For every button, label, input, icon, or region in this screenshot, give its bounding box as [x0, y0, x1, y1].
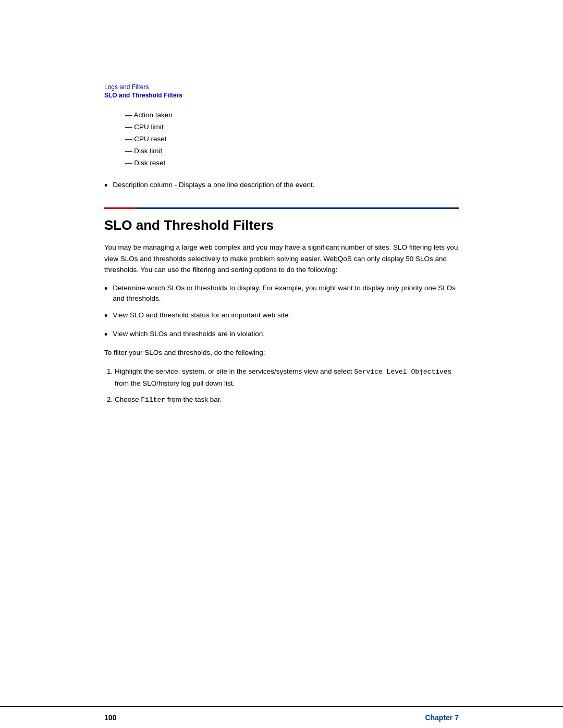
breadcrumb: Logs and Filters SLO and Threshold Filte… [104, 83, 459, 99]
step-2-before: Choose [115, 396, 141, 403]
numbered-steps: Highlight the service, system, or site i… [115, 366, 459, 406]
step-1-code: Service Level Objectives [354, 368, 451, 376]
step-2: Choose Filter from the task bar. [115, 394, 459, 406]
bullet-icon: • [104, 180, 107, 192]
list-item: CPU reset [125, 133, 459, 145]
footer-chapter-word: Chapter [425, 713, 455, 722]
bullet-icon: • [104, 283, 107, 295]
list-item: Action taken [125, 109, 459, 121]
dash-list: Action taken CPU limit CPU reset Disk li… [125, 109, 459, 169]
section-bullet-1: • Determine which SLOs or thresholds to … [104, 283, 459, 304]
list-item: CPU limit [125, 121, 459, 133]
footer-page-number: 100 [104, 713, 116, 722]
bullet-icon: • [104, 329, 107, 341]
step-1-after: from the SLO/history log pull down list. [115, 379, 235, 387]
content-area: Logs and Filters SLO and Threshold Filte… [0, 52, 563, 706]
step-2-code: Filter [141, 396, 165, 404]
intro-paragraph: You may be managing a large web complex … [104, 242, 459, 276]
section-heading: SLO and Threshold Filters [104, 217, 459, 233]
page-footer: 100 Chapter 7 [0, 706, 563, 728]
list-item: Disk reset [125, 157, 459, 169]
bullet-text-2: View SLO and threshold status for an imp… [113, 310, 290, 320]
section-bullet-2: • View SLO and threshold status for an i… [104, 310, 459, 322]
bullet-text-3: View which SLOs and thresholds are in vi… [113, 329, 265, 339]
list-item: Disk limit [125, 145, 459, 157]
section-divider [104, 207, 459, 209]
footer-chapter-label: Chapter 7 [425, 713, 459, 722]
step-1: Highlight the service, system, or site i… [115, 366, 459, 389]
step-2-after: from the task bar. [165, 396, 222, 403]
page: Logs and Filters SLO and Threshold Filte… [0, 0, 563, 728]
bullet-icon: • [104, 310, 107, 322]
breadcrumb-parent[interactable]: Logs and Filters [104, 83, 459, 91]
breadcrumb-current: SLO and Threshold Filters [104, 92, 459, 99]
bullet-text-1: Determine which SLOs or thresholds to di… [113, 283, 459, 304]
filter-intro: To filter your SLOs and thresholds, do t… [104, 347, 459, 359]
section-bullet-3: • View which SLOs and thresholds are in … [104, 329, 459, 341]
step-1-before: Highlight the service, system, or site i… [115, 367, 354, 375]
description-bullet: • Description column - Displays a one li… [104, 180, 459, 192]
description-text: Description column - Displays a one line… [113, 180, 314, 190]
footer-chapter-num: 7 [455, 713, 459, 722]
